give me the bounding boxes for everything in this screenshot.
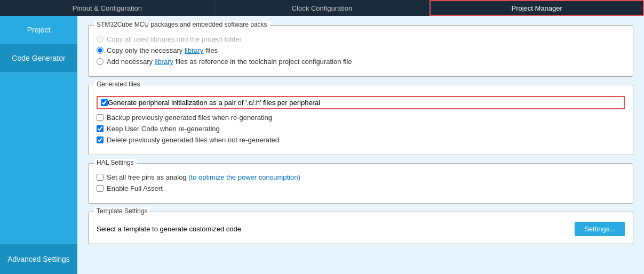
generated-files-section: Generated files Generate peripheral init… xyxy=(88,85,633,155)
mcu-packages-title: STM32Cube MCU packages and embedded soft… xyxy=(94,21,270,28)
template-settings-section: Template Settings Select a template to g… xyxy=(88,212,633,244)
top-nav: Pinout & Configuration Clock Configurati… xyxy=(0,0,644,16)
generated-files-title: Generated files xyxy=(94,80,142,88)
radio-add-reference-input[interactable] xyxy=(97,58,104,65)
checkbox-delete-generated-label: Delete previously generated files when n… xyxy=(107,136,279,144)
radio-copy-all-input[interactable] xyxy=(97,36,104,43)
hal-settings-section: HAL Settings Set all free pins as analog… xyxy=(88,163,633,204)
main-layout: Project Code Generator Advanced Settings… xyxy=(0,16,644,274)
nav-project-manager[interactable]: Project Manager xyxy=(430,0,644,16)
hal-settings-title: HAL Settings xyxy=(94,159,137,166)
radio-copy-necessary-label: Copy only the necessary library files xyxy=(107,46,218,54)
checkbox-backup-row: Backup previously generated files when r… xyxy=(97,114,625,122)
radio-add-reference[interactable]: Add necessary library files as reference… xyxy=(97,58,625,66)
checkbox-backup-label: Backup previously generated files when r… xyxy=(107,114,272,122)
checkbox-analog-pins-row: Set all free pins as analog (to optimize… xyxy=(97,173,625,181)
mcu-packages-section: STM32Cube MCU packages and embedded soft… xyxy=(88,25,633,77)
checkbox-keep-user-code[interactable] xyxy=(97,125,104,132)
content-area: STM32Cube MCU packages and embedded soft… xyxy=(77,16,644,274)
nav-clock[interactable]: Clock Configuration xyxy=(215,0,430,16)
checkbox-delete-generated-row: Delete previously generated files when n… xyxy=(97,136,625,144)
template-settings-title: Template Settings xyxy=(94,207,150,215)
radio-copy-necessary[interactable]: Copy only the necessary library files xyxy=(97,46,625,54)
template-settings-description: Select a template to generate customized… xyxy=(97,225,241,233)
radio-add-reference-label: Add necessary library files as reference… xyxy=(107,58,352,66)
checkbox-keep-user-code-row: Keep User Code when re-generating xyxy=(97,125,625,133)
checkbox-keep-user-code-label: Keep User Code when re-generating xyxy=(107,125,220,133)
radio-copy-all-label: Copy all used libraries into the project… xyxy=(107,35,242,43)
checkbox-full-assert-label: Enable Full Assert xyxy=(107,184,163,192)
checkbox-backup[interactable] xyxy=(97,114,104,121)
sidebar-item-advanced-settings[interactable]: Advanced Settings xyxy=(0,244,77,274)
template-settings-row: Select a template to generate customized… xyxy=(97,222,625,236)
sidebar-item-code-generator[interactable]: Code Generator xyxy=(0,44,77,72)
checkbox-full-assert[interactable] xyxy=(97,185,104,192)
checkbox-generate-peripheral-label: Generate peripheral initialization as a … xyxy=(108,99,320,107)
radio-copy-necessary-input[interactable] xyxy=(97,47,104,54)
checkbox-generate-peripheral-row: Generate peripheral initialization as a … xyxy=(97,96,625,109)
settings-button[interactable]: Settings... xyxy=(575,222,625,236)
checkbox-analog-pins-label: Set all free pins as analog (to optimize… xyxy=(107,173,300,181)
nav-pinout[interactable]: Pinout & Configuration xyxy=(0,0,215,16)
sidebar: Project Code Generator Advanced Settings xyxy=(0,16,77,274)
checkbox-delete-generated[interactable] xyxy=(97,136,104,143)
optimize-text: (to optimize the power consumption) xyxy=(188,173,300,181)
checkbox-generate-peripheral[interactable] xyxy=(101,99,108,106)
sidebar-item-project[interactable]: Project xyxy=(0,16,77,44)
checkbox-full-assert-row: Enable Full Assert xyxy=(97,184,625,192)
checkbox-analog-pins[interactable] xyxy=(97,174,104,181)
radio-copy-all[interactable]: Copy all used libraries into the project… xyxy=(97,35,625,43)
